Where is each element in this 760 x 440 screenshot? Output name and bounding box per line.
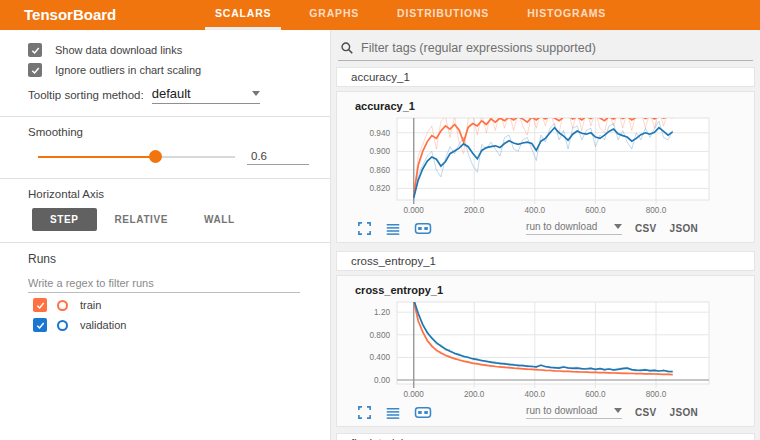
- smoothing-value-input[interactable]: [247, 148, 309, 165]
- svg-text:200.0: 200.0: [464, 206, 485, 215]
- run-train-label: train: [80, 299, 101, 311]
- tab-graphs[interactable]: GRAPHS: [299, 0, 369, 30]
- show-download-links-label: Show data download links: [55, 44, 182, 56]
- axis-step-button[interactable]: STEP: [32, 208, 97, 231]
- json-download-link[interactable]: JSON: [670, 407, 698, 418]
- search-icon: [340, 41, 354, 55]
- expand-chart-icon[interactable]: [357, 405, 372, 420]
- show-download-links-checkbox[interactable]: [28, 43, 42, 57]
- smoothing-slider[interactable]: [38, 156, 235, 158]
- checkmark-icon: [30, 65, 41, 76]
- accuracy-chart[interactable]: 0.000200.0400.0600.0800.00.8200.8600.900…: [345, 114, 754, 216]
- tab-distributions[interactable]: DISTRIBUTIONS: [387, 0, 499, 30]
- svg-text:600.0: 600.0: [585, 206, 606, 215]
- tag-filter-bar: [338, 39, 753, 61]
- expand-chart-icon[interactable]: [357, 221, 372, 236]
- chevron-down-icon: [614, 408, 622, 413]
- csv-download-link[interactable]: CSV: [635, 223, 656, 234]
- smoothing-label: Smoothing: [0, 126, 330, 138]
- run-to-download-dropdown[interactable]: run to download: [526, 405, 622, 419]
- chart-toolbar: run to download CSV JSON: [345, 216, 754, 240]
- app-header: TensorBoard SCALARS GRAPHS DISTRIBUTIONS…: [0, 0, 760, 30]
- section-header-cross-entropy[interactable]: cross_entropy_1: [336, 251, 755, 271]
- runs-regex-input[interactable]: [28, 274, 300, 293]
- scalars-dashboard: accuracy_1 accuracy_1 0.000200.0400.0600…: [330, 30, 760, 440]
- svg-text:800.0: 800.0: [646, 390, 667, 399]
- divider: [0, 178, 330, 179]
- checkmark-icon: [30, 45, 41, 56]
- divider: [0, 242, 330, 243]
- run-to-download-dropdown[interactable]: run to download: [526, 221, 622, 235]
- tab-histograms[interactable]: HISTOGRAMS: [517, 0, 616, 30]
- chart-title: accuracy_1: [355, 100, 754, 112]
- svg-text:0.800: 0.800: [370, 331, 391, 340]
- tooltip-sorting-dropdown[interactable]: default: [152, 86, 260, 104]
- tab-bar: SCALARS GRAPHS DISTRIBUTIONS HISTOGRAMS: [196, 0, 625, 30]
- run-train-checkbox[interactable]: [33, 298, 47, 312]
- checkmark-icon: [35, 300, 46, 311]
- cross-entropy-chart[interactable]: 0.000200.0400.0600.0800.00.000.4000.8001…: [345, 298, 754, 400]
- json-download-link[interactable]: JSON: [670, 223, 698, 234]
- log-scale-icon[interactable]: [385, 405, 401, 420]
- axis-wall-button[interactable]: WALL: [186, 208, 253, 231]
- smoothing-slider-fill: [38, 156, 156, 158]
- svg-text:0.00: 0.00: [374, 376, 390, 385]
- tag-filter-input[interactable]: [361, 41, 753, 55]
- run-train-color-swatch[interactable]: [57, 300, 68, 311]
- svg-text:400.0: 400.0: [525, 206, 546, 215]
- svg-text:0.000: 0.000: [403, 390, 424, 399]
- axis-relative-button[interactable]: RELATIVE: [97, 208, 187, 231]
- log-scale-icon[interactable]: [385, 221, 401, 236]
- svg-text:600.0: 600.0: [585, 390, 606, 399]
- tab-scalars[interactable]: SCALARS: [205, 0, 281, 30]
- run-to-download-label: run to download: [526, 221, 597, 232]
- run-row-train: train: [0, 295, 330, 315]
- chart-toolbar: run to download CSV JSON: [345, 400, 754, 424]
- svg-text:1.20: 1.20: [374, 308, 390, 317]
- run-validation-checkbox[interactable]: [33, 318, 47, 332]
- horizontal-axis-label: Horizontal Axis: [0, 188, 330, 200]
- section-header-accuracy[interactable]: accuracy_1: [336, 67, 755, 87]
- svg-text:0.860: 0.860: [370, 166, 391, 175]
- svg-text:800.0: 800.0: [646, 206, 667, 215]
- runs-label: Runs: [0, 252, 330, 266]
- chart-title: cross_entropy_1: [355, 284, 754, 296]
- tooltip-sorting-value: default: [152, 86, 191, 101]
- settings-sidebar: Show data download links Ignore outliers…: [0, 30, 330, 440]
- svg-text:200.0: 200.0: [464, 390, 485, 399]
- run-row-validation: validation: [0, 315, 330, 335]
- run-validation-label: validation: [80, 319, 126, 331]
- smoothing-slider-knob[interactable]: [149, 150, 162, 163]
- svg-text:0.400: 0.400: [370, 353, 391, 362]
- fit-domain-icon[interactable]: [414, 221, 432, 236]
- ignore-outliers-label: Ignore outliers in chart scaling: [55, 64, 201, 76]
- run-validation-color-swatch[interactable]: [57, 320, 68, 331]
- run-to-download-label: run to download: [526, 405, 597, 416]
- chevron-down-icon: [252, 91, 260, 96]
- checkmark-icon: [35, 320, 46, 331]
- svg-text:0.000: 0.000: [403, 206, 424, 215]
- csv-download-link[interactable]: CSV: [635, 407, 656, 418]
- ignore-outliers-checkbox[interactable]: [28, 63, 42, 77]
- svg-text:0.900: 0.900: [370, 147, 391, 156]
- tooltip-sorting-label: Tooltip sorting method:: [28, 89, 144, 101]
- svg-text:0.820: 0.820: [370, 184, 391, 193]
- chart-card-cross-entropy: cross_entropy_1 0.000200.0400.0600.0800.…: [336, 275, 755, 427]
- section-header-final-training-ops[interactable]: final_training_ops: [336, 433, 755, 440]
- chevron-down-icon: [614, 224, 622, 229]
- svg-text:400.0: 400.0: [525, 390, 546, 399]
- fit-domain-icon[interactable]: [414, 405, 432, 420]
- app-title: TensorBoard: [24, 0, 140, 30]
- divider: [0, 116, 330, 117]
- chart-card-accuracy: accuracy_1 0.000200.0400.0600.0800.00.82…: [336, 91, 755, 243]
- svg-text:0.940: 0.940: [370, 129, 391, 138]
